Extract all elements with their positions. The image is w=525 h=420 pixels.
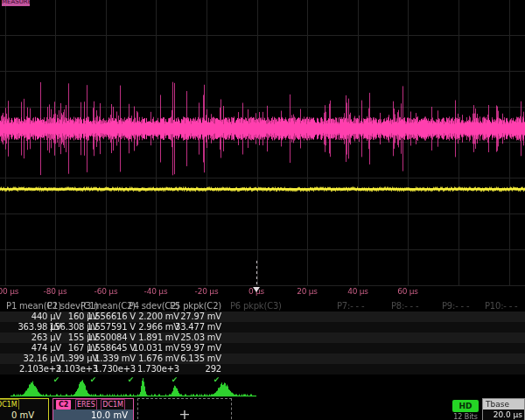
c2-coupling-tag: DC1M	[101, 399, 125, 410]
table-header-unused: P10:- - -	[485, 301, 518, 312]
table-cell: 2.966 mV	[138, 322, 179, 332]
time-axis-label: -100 µs	[0, 287, 18, 296]
hd-mode-badge[interactable]: HD	[452, 400, 479, 412]
waveform-grid-display[interactable]	[0, 0, 525, 289]
table-cell: 1.730e+3	[94, 364, 136, 374]
table-cell: 27.97 mV	[180, 312, 221, 322]
table-cell: 1.558645 V	[87, 343, 136, 354]
table-cell: 440 µV	[32, 312, 61, 322]
timebase-descriptor[interactable]: Tbase 20.0 µs	[482, 398, 525, 420]
measurement-table[interactable]: P1 mean(C1)P2 sdev(C1)P3 mean(C2)P4 sdev…	[0, 301, 525, 383]
plus-icon: +	[178, 406, 190, 420]
table-cell: 1.339 mV	[94, 354, 136, 364]
trigger-time-marker-icon[interactable]	[253, 287, 260, 292]
top-left-menu-badge[interactable]: MEASURE	[2, 0, 30, 6]
table-cell: 33.477 mV	[175, 322, 221, 332]
timebase-header: Tbase	[483, 399, 524, 410]
table-cell: 2.103e+3	[19, 364, 61, 374]
time-axis-label: -20 µs	[195, 287, 219, 296]
table-row: P1 mean(C1)P2 sdev(C1)P3 mean(C2)P4 sdev…	[0, 301, 525, 312]
hd-bits-label: 12 Bits	[446, 413, 485, 420]
c2-channel-chip: C2	[56, 400, 71, 410]
table-cell: 32.16 µV	[24, 354, 61, 364]
table-cell: 2.103e+3	[56, 364, 98, 374]
measurement-histicons	[0, 376, 525, 399]
time-axis-label: 40 µs	[347, 287, 368, 296]
table-cell: 6.135 mV	[180, 354, 221, 364]
table-row: 474 µV167 µV1.558645 V10.031 mV59.97 mV	[0, 343, 525, 354]
table-row: 2.103e+32.103e+31.730e+31.730e+3292	[0, 364, 525, 374]
c2-eres-tag: ERES	[75, 399, 97, 410]
time-axis: -100 µs-80 µs-60 µs-40 µs-20 µs0 µs20 µs…	[0, 286, 525, 298]
time-axis-label: -80 µs	[44, 287, 67, 296]
table-cell: P5 pkpk(C2)	[170, 301, 221, 312]
time-axis-label: 60 µs	[397, 287, 418, 296]
c1-coupling-tag: DC1M	[0, 399, 19, 410]
table-header-unused: P6 pkpk(C3)	[230, 301, 282, 312]
time-axis-label: -60 µs	[94, 287, 118, 296]
table-cell: 1.550084 V	[87, 332, 136, 343]
c1-descriptor-header: DC1M	[0, 399, 48, 410]
c1-volts-per-div: 0 mV	[0, 410, 48, 420]
table-cell: 1.557591 V	[87, 322, 136, 332]
table-cell: P3 mean(C2)	[80, 301, 136, 312]
table-cell: 474 µV	[32, 343, 61, 354]
table-cell: 292	[206, 364, 222, 374]
table-cell: 59.97 mV	[180, 343, 221, 354]
time-axis-label: -40 µs	[144, 287, 168, 296]
table-row: 363.98 µV156.308 µV1.557591 V2.966 mV33.…	[0, 322, 525, 332]
channel-c1-descriptor[interactable]: DC1M 0 mV	[0, 398, 49, 420]
table-row: 263 µV155 µV1.550084 V1.891 mV25.03 mV	[0, 332, 525, 343]
table-cell: 1.399 µV	[60, 354, 98, 364]
table-cell: 25.03 mV	[180, 332, 221, 343]
table-cell: 1.676 mV	[138, 354, 179, 364]
table-row: 32.16 µV1.399 µV1.339 mV1.676 mV6.135 mV	[0, 354, 525, 364]
add-trace-button[interactable]: +	[137, 398, 232, 420]
table-header-unused: P9:- - -	[442, 301, 469, 312]
c2-descriptor-header: C2 ERES DC1M	[53, 399, 133, 410]
table-cell: 1.891 mV	[138, 332, 179, 343]
table-header-unused: P8:- - -	[391, 301, 418, 312]
oscilloscope-screen: MEASURE -100 µs-80 µs-60 µs-40 µs-20 µs0…	[0, 0, 525, 420]
time-axis-label: 20 µs	[297, 287, 318, 296]
table-cell: 2.200 mV	[138, 312, 179, 322]
table-cell: 1.556616 V	[87, 312, 136, 322]
timebase-per-div: 20.0 µs	[483, 410, 524, 420]
c2-volts-per-div: 10.0 mV	[53, 410, 133, 420]
table-cell: 10.031 mV	[133, 343, 179, 354]
table-row: 440 µV160 µV1.556616 V2.200 mV27.97 mV	[0, 312, 525, 322]
table-cell: 1.730e+3	[137, 364, 179, 374]
table-cell: 263 µV	[32, 332, 61, 343]
channel-c2-descriptor[interactable]: C2 ERES DC1M 10.0 mV	[52, 398, 134, 420]
table-header-unused: P7:- - -	[337, 301, 364, 312]
